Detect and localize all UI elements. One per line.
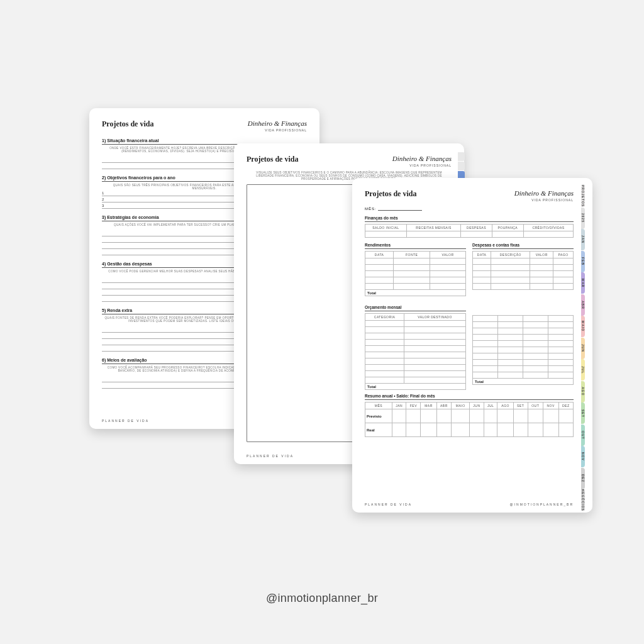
orcamento-table[interactable]: CATEGORIAVALOR DESTINADOTotal: [365, 313, 466, 390]
cell[interactable]: [530, 258, 553, 265]
cell[interactable]: [548, 366, 573, 372]
month-tab[interactable]: NOV: [581, 446, 585, 467]
cell[interactable]: [473, 284, 491, 290]
cell[interactable]: [404, 365, 466, 371]
cell[interactable]: [452, 423, 470, 437]
cell[interactable]: [394, 265, 430, 271]
month-tab[interactable]: JUL: [581, 359, 585, 380]
cell[interactable]: [404, 358, 466, 365]
cell[interactable]: [553, 284, 574, 290]
cell[interactable]: [530, 277, 553, 284]
cell[interactable]: [553, 271, 574, 277]
cell[interactable]: [404, 346, 466, 352]
cell[interactable]: [548, 347, 573, 353]
cell[interactable]: [469, 409, 484, 423]
cell[interactable]: [497, 360, 523, 366]
cell[interactable]: [436, 409, 452, 423]
cell[interactable]: [365, 277, 394, 284]
month-tab[interactable]: ABR: [581, 294, 585, 316]
cell[interactable]: [430, 284, 466, 290]
cell[interactable]: [365, 340, 404, 346]
cell[interactable]: [404, 321, 466, 327]
cell[interactable]: [548, 341, 573, 347]
cell[interactable]: [436, 423, 452, 437]
cell[interactable]: [528, 423, 543, 437]
cell[interactable]: [513, 423, 528, 437]
cell[interactable]: [523, 316, 548, 322]
cell[interactable]: [404, 327, 466, 333]
cell[interactable]: [497, 341, 523, 347]
cell[interactable]: [473, 335, 498, 341]
cell[interactable]: [430, 265, 466, 271]
cell[interactable]: [473, 360, 498, 366]
cell[interactable]: [497, 316, 523, 322]
cell[interactable]: [394, 258, 430, 265]
month-tab[interactable]: MAIO: [581, 316, 585, 337]
cell[interactable]: [530, 271, 553, 277]
cell[interactable]: [543, 409, 558, 423]
cell[interactable]: [365, 327, 404, 333]
cell[interactable]: [404, 333, 466, 340]
cell[interactable]: [365, 321, 404, 327]
side-tab[interactable]: [458, 162, 465, 170]
cell[interactable]: [497, 335, 523, 341]
cell[interactable]: [365, 333, 404, 340]
cell[interactable]: [497, 409, 513, 423]
cell[interactable]: [484, 423, 497, 437]
cell[interactable]: [523, 347, 548, 353]
month-tab[interactable]: NEGÓCIOS: [581, 489, 585, 511]
month-tab[interactable]: MAR: [581, 272, 585, 294]
cell[interactable]: [491, 258, 530, 265]
cell[interactable]: [523, 366, 548, 372]
cell[interactable]: [394, 271, 430, 277]
cell[interactable]: [392, 423, 406, 437]
cell[interactable]: [497, 347, 523, 353]
despesas-table[interactable]: DATADESCRIÇÃOVALORPAGO: [472, 251, 574, 290]
despesas-table-cont[interactable]: Total: [472, 315, 574, 385]
cell[interactable]: [404, 352, 466, 358]
cell[interactable]: [528, 409, 543, 423]
cell[interactable]: [473, 271, 491, 277]
month-tab[interactable]: DEZ: [581, 468, 585, 489]
cell[interactable]: [365, 377, 404, 384]
cell[interactable]: [491, 265, 530, 271]
cell[interactable]: [421, 409, 436, 423]
month-tab[interactable]: SET: [581, 402, 585, 424]
cell[interactable]: [473, 366, 498, 372]
cell[interactable]: [543, 423, 558, 437]
cell[interactable]: [524, 231, 574, 238]
cell[interactable]: [365, 284, 394, 290]
cell[interactable]: [523, 328, 548, 335]
cell[interactable]: [473, 316, 498, 322]
cell[interactable]: [404, 377, 466, 384]
cell[interactable]: [365, 352, 404, 358]
cell[interactable]: [365, 265, 394, 271]
cell[interactable]: [497, 353, 523, 360]
month-tab[interactable]: AGO: [581, 381, 585, 402]
cell[interactable]: [365, 258, 394, 265]
cell[interactable]: [473, 347, 498, 353]
cell[interactable]: [392, 409, 406, 423]
cell[interactable]: [523, 341, 548, 347]
cell[interactable]: [365, 231, 407, 238]
cell[interactable]: [548, 360, 573, 366]
month-tab[interactable]: OUT: [581, 425, 585, 446]
cell[interactable]: [473, 353, 498, 360]
month-tab[interactable]: 2025: [581, 208, 585, 229]
month-tab[interactable]: PROJETOS: [581, 186, 585, 207]
cell[interactable]: [548, 353, 573, 360]
cell[interactable]: [491, 271, 530, 277]
cell[interactable]: [365, 365, 404, 371]
cell[interactable]: [523, 372, 548, 379]
cell[interactable]: [430, 271, 466, 277]
cell[interactable]: [473, 341, 498, 347]
cell[interactable]: [473, 322, 498, 328]
cell[interactable]: [523, 322, 548, 328]
cell[interactable]: [530, 265, 553, 271]
cell[interactable]: [365, 371, 404, 377]
cell[interactable]: [406, 231, 460, 238]
cell[interactable]: [553, 258, 574, 265]
cell[interactable]: [394, 277, 430, 284]
cell[interactable]: [452, 409, 470, 423]
cell[interactable]: [497, 322, 523, 328]
